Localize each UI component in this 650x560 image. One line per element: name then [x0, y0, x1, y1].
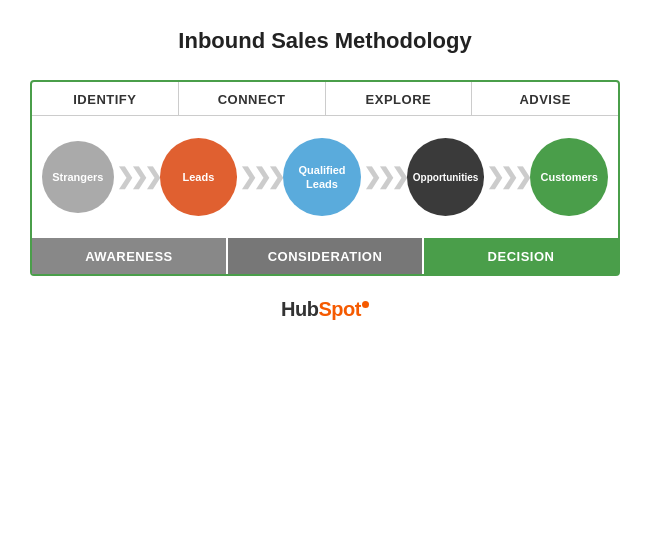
arrow-1: ❯❯❯ [116, 164, 158, 190]
node-customers: Customers [530, 138, 608, 216]
phase-identify: IDENTIFY [32, 82, 179, 115]
arrow-3: ❯❯❯ [363, 164, 405, 190]
node-strangers: Strangers [42, 141, 114, 213]
nodes-row: Strangers ❯❯❯ Leads ❯❯❯ Qualified Leads … [32, 116, 618, 238]
phase-connect: CONNECT [179, 82, 326, 115]
bottom-bar: AWARENESS CONSIDERATION DECISION [32, 238, 618, 274]
node-qualified-leads: Qualified Leads [283, 138, 361, 216]
node-opportunities: Opportunities [407, 138, 485, 216]
bottom-decision: DECISION [424, 238, 618, 274]
phase-labels-row: IDENTIFY CONNECT EXPLORE ADVISE [32, 82, 618, 116]
arrow-4: ❯❯❯ [486, 164, 528, 190]
phase-advise: ADVISE [472, 82, 618, 115]
hubspot-dot-icon [362, 301, 369, 308]
page-title: Inbound Sales Methodology [178, 28, 471, 54]
phase-explore: EXPLORE [326, 82, 473, 115]
hubspot-logo: HubSpot [281, 298, 369, 321]
node-leads: Leads [160, 138, 238, 216]
arrow-2: ❯❯❯ [239, 164, 281, 190]
bottom-awareness: AWARENESS [32, 238, 228, 274]
hubspot-spot: Spot [318, 298, 360, 321]
diagram: IDENTIFY CONNECT EXPLORE ADVISE Stranger… [30, 80, 620, 276]
bottom-consideration: CONSIDERATION [228, 238, 424, 274]
hubspot-hub: Hub [281, 298, 318, 321]
